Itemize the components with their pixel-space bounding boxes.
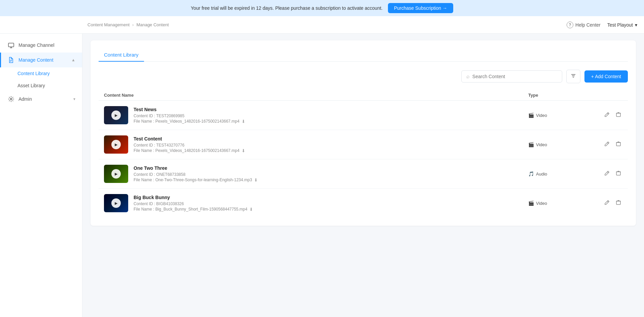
download-icon-1[interactable]: ⬇ [242, 148, 245, 153]
search-box[interactable]: ⌕ [461, 70, 562, 83]
thumbnail-3[interactable]: ▶ [104, 194, 128, 212]
svg-line-27 [607, 201, 608, 202]
actions-cell-2 [596, 169, 622, 179]
table-row: ▶ Big Buck Bunny Content ID : BIGB410383… [99, 189, 628, 218]
delete-button-1[interactable] [614, 140, 622, 149]
svg-point-5 [10, 98, 12, 100]
main-content: Content Library ⌕ + Add Content Content … [82, 34, 644, 317]
edit-button-1[interactable] [603, 140, 611, 149]
type-cell-0: 🎬 Video [528, 113, 596, 118]
type-cell-1: 🎬 Video [528, 142, 596, 147]
content-id-1: Content ID : TEST43270776 [134, 143, 528, 148]
help-center-label: Help Center [575, 22, 601, 28]
expand-icon: ▲ [71, 58, 75, 62]
content-title-1: Test Content [134, 136, 528, 141]
actions-cell-0 [596, 110, 622, 120]
svg-rect-28 [616, 201, 620, 204]
search-input[interactable] [472, 74, 557, 79]
header: Content Management › Manage Content ? He… [0, 16, 644, 34]
type-cell-2: 🎵 Audio [528, 171, 596, 177]
edit-button-3[interactable] [603, 198, 611, 208]
sidebar-item-label-admin: Admin [19, 96, 32, 102]
search-icon: ⌕ [466, 73, 470, 80]
content-filename-0: File Name : Pexels_Videos_1482016-167500… [134, 119, 528, 124]
col-content-name: Content Name [104, 93, 528, 98]
play-button-0[interactable]: ▶ [111, 110, 121, 120]
svg-rect-0 [8, 43, 14, 47]
type-icon-1: 🎬 [528, 142, 534, 147]
actions-cell-3 [596, 198, 622, 208]
delete-button-2[interactable] [614, 169, 622, 179]
sidebar-item-manage-channel[interactable]: Manage Channel [0, 38, 82, 53]
content-title-0: Test News [134, 107, 528, 112]
add-content-button[interactable]: + Add Content [584, 70, 628, 83]
thumbnail-0[interactable]: ▶ [104, 106, 128, 124]
content-info-0: ▶ Test News Content ID : TEST20869985 Fi… [104, 106, 528, 124]
type-label-2: Audio [536, 171, 547, 177]
svg-line-15 [607, 142, 608, 144]
edit-button-2[interactable] [603, 169, 611, 179]
type-icon-2: 🎵 [528, 171, 534, 177]
download-icon-3[interactable]: ⬇ [249, 207, 253, 212]
sidebar-item-asset-library[interactable]: Asset Library [17, 80, 82, 92]
sidebar-item-admin[interactable]: Admin ▾ [0, 92, 82, 106]
content-meta-2: One Two Three Content ID : ONET68733858 … [134, 165, 528, 183]
download-icon-2[interactable]: ⬇ [254, 178, 258, 183]
svg-rect-16 [616, 142, 620, 146]
sidebar-item-label-manage-content: Manage Content [19, 57, 53, 63]
user-menu[interactable]: Test Playout ▾ [607, 22, 637, 28]
content-filename-1: File Name : Pexels_Videos_1482016-167500… [134, 148, 528, 153]
content-title-3: Big Buck Bunny [134, 195, 528, 200]
tv-icon [8, 42, 14, 49]
edit-button-0[interactable] [603, 110, 611, 120]
user-name: Test Playout [607, 22, 633, 28]
sidebar-item-manage-content[interactable]: Manage Content ▲ [0, 53, 82, 67]
thumbnail-2[interactable]: ▶ [104, 165, 128, 183]
breadcrumb-current: Manage Content [136, 22, 169, 27]
filter-button[interactable] [566, 70, 580, 83]
tab-content-library[interactable]: Content Library [99, 49, 144, 62]
content-title-2: One Two Three [134, 165, 528, 171]
breadcrumb: Content Management › Manage Content [0, 22, 169, 27]
play-button-2[interactable]: ▶ [111, 169, 121, 179]
content-meta-3: Big Buck Bunny Content ID : BIGB41038326… [134, 195, 528, 212]
svg-rect-22 [616, 172, 620, 175]
help-center-link[interactable]: ? Help Center [567, 22, 601, 28]
svg-rect-10 [616, 113, 620, 117]
content-id-0: Content ID : TEST20869985 [134, 114, 528, 118]
delete-button-3[interactable] [614, 198, 622, 208]
content-id-2: Content ID : ONET68733858 [134, 172, 528, 177]
header-right: ? Help Center Test Playout ▾ [567, 22, 637, 28]
play-button-1[interactable]: ▶ [111, 140, 121, 149]
content-meta-1: Test Content Content ID : TEST43270776 F… [134, 136, 528, 153]
col-type: Type [528, 93, 596, 98]
type-label-3: Video [536, 201, 547, 206]
breadcrumb-parent[interactable]: Content Management [87, 22, 130, 27]
type-cell-3: 🎬 Video [528, 200, 596, 206]
play-button-3[interactable]: ▶ [111, 198, 121, 208]
admin-expand-icon: ▾ [73, 97, 75, 101]
sidebar-item-content-library[interactable]: Content Library [17, 67, 82, 80]
type-icon-3: 🎬 [528, 200, 534, 206]
thumbnail-1[interactable]: ▶ [104, 135, 128, 154]
download-icon-0[interactable]: ⬇ [242, 119, 245, 124]
content-filename-3: File Name : Big_Buck_Bunny_Short_Film-15… [134, 207, 528, 212]
content-info-3: ▶ Big Buck Bunny Content ID : BIGB410383… [104, 194, 528, 212]
table-row: ▶ Test News Content ID : TEST20869985 Fi… [99, 101, 628, 130]
gear-icon [8, 96, 14, 102]
delete-button-0[interactable] [614, 110, 622, 120]
sidebar-item-label-manage-channel: Manage Channel [19, 42, 55, 48]
tabs: Content Library [99, 49, 628, 62]
actions-cell-1 [596, 140, 622, 149]
content-table: ▶ Test News Content ID : TEST20869985 Fi… [99, 101, 628, 218]
table-header: Content Name Type [99, 90, 628, 101]
purchase-subscription-button[interactable]: Purchase Subscription → [388, 3, 453, 13]
file-icon [8, 57, 14, 63]
type-icon-0: 🎬 [528, 113, 534, 118]
type-label-1: Video [536, 142, 547, 147]
table-row: ▶ Test Content Content ID : TEST43270776… [99, 130, 628, 159]
col-actions [596, 93, 622, 98]
sidebar: PLAYOUT Manage Channel Manage Content ▲ [0, 0, 82, 317]
banner-message: Your free trial will be expired in 12 da… [191, 5, 383, 11]
user-menu-chevron: ▾ [635, 22, 637, 28]
